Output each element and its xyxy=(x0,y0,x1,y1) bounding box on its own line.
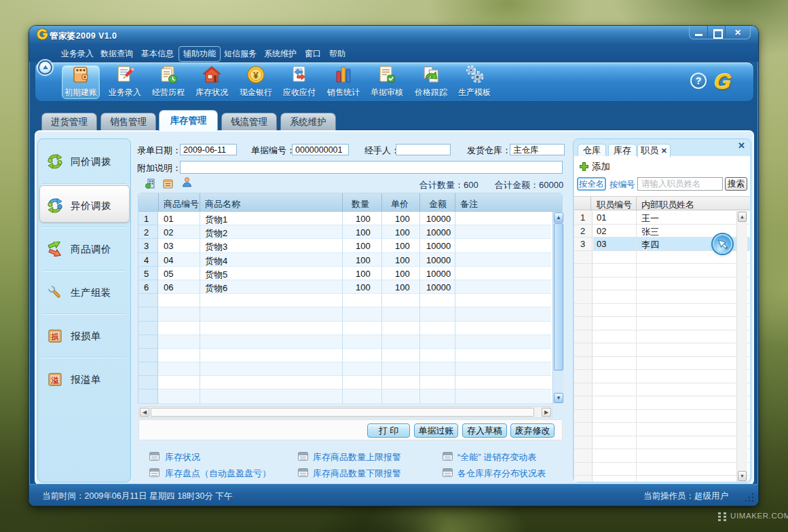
svg-text:¥: ¥ xyxy=(253,70,259,81)
svg-text:损: 损 xyxy=(50,332,59,341)
svg-text:溢: 溢 xyxy=(50,376,59,384)
